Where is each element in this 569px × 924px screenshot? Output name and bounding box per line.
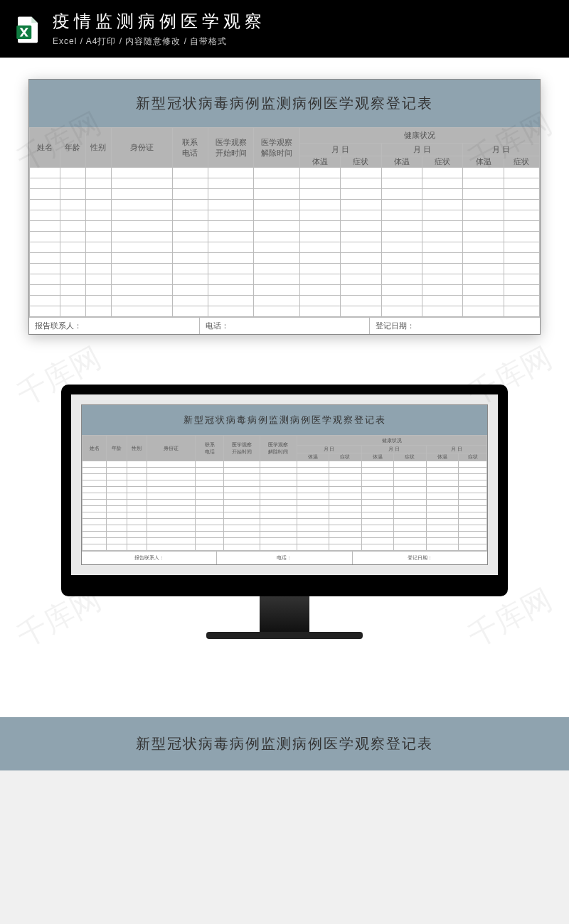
table-cell	[329, 474, 362, 480]
col-temp-1: 体温	[299, 156, 340, 168]
table-cell	[254, 306, 300, 317]
table-cell	[463, 242, 504, 253]
table-cell	[381, 306, 422, 317]
bottom-title-strip: 新型冠状病毒病例监测病例医学观察登记表	[0, 717, 569, 770]
table-body-large	[30, 168, 540, 317]
table-cell	[127, 506, 147, 512]
table-cell	[254, 242, 300, 253]
table-cell	[341, 189, 381, 200]
table-cell	[297, 538, 329, 544]
table-cell	[381, 221, 422, 232]
table-cell	[254, 274, 300, 285]
footer-phone: 电话：	[200, 318, 371, 334]
col-t3-s: 体温	[426, 453, 459, 461]
table-cell	[463, 264, 504, 274]
table-cell	[426, 480, 459, 487]
col-age-s: 年龄	[107, 436, 127, 461]
table-cell	[60, 232, 86, 242]
table-cell	[297, 506, 329, 512]
table-cell	[196, 538, 224, 544]
table-cell	[60, 178, 86, 189]
table-cell	[60, 168, 86, 178]
table-cell	[361, 468, 394, 474]
table-cell	[504, 200, 539, 210]
table-cell	[381, 274, 422, 285]
col-end-time: 医学观察 解除时间	[254, 128, 300, 168]
table-cell	[224, 461, 260, 468]
table-row	[83, 544, 487, 551]
table-cell	[83, 519, 107, 525]
col-date-3: 月 日	[463, 144, 540, 156]
table-cell	[107, 493, 127, 500]
table-cell	[394, 461, 427, 468]
table-cell	[30, 168, 60, 178]
table-cell	[341, 210, 381, 221]
table-cell	[381, 285, 422, 296]
table-cell	[260, 519, 297, 525]
table-cell	[224, 500, 260, 506]
table-cell	[107, 468, 127, 474]
table-cell	[254, 178, 300, 189]
table-cell	[329, 506, 362, 512]
table-cell	[85, 242, 111, 253]
table-row	[83, 461, 487, 468]
footer-reporter-s: 报告联系人：	[82, 552, 217, 564]
table-cell	[422, 274, 463, 285]
registration-table: 姓名 年龄 性别 身份证 联系 电话 医学观察 开始时间 医学观察 解除时间 健…	[29, 127, 540, 317]
table-cell	[127, 532, 147, 538]
table-cell	[260, 493, 297, 500]
table-row	[30, 232, 540, 242]
table-cell	[254, 285, 300, 296]
table-cell	[127, 474, 147, 480]
table-cell	[329, 500, 362, 506]
sheet-footer: 报告联系人： 电话： 登记日期：	[29, 317, 540, 334]
table-cell	[299, 264, 340, 274]
table-cell	[196, 461, 224, 468]
table-cell	[381, 200, 422, 210]
table-cell	[147, 480, 196, 487]
table-row	[30, 296, 540, 306]
table-cell	[147, 544, 196, 551]
table-row	[83, 525, 487, 532]
table-cell	[463, 253, 504, 264]
table-cell	[172, 242, 208, 253]
table-cell	[254, 296, 300, 306]
table-cell	[459, 461, 487, 468]
table-cell	[111, 232, 172, 242]
table-cell	[299, 306, 340, 317]
table-cell	[459, 525, 487, 532]
table-cell	[83, 480, 107, 487]
excel-file-icon	[13, 14, 43, 44]
table-cell	[254, 253, 300, 264]
table-cell	[85, 274, 111, 285]
table-cell	[30, 210, 60, 221]
table-cell	[254, 210, 300, 221]
col-sym-2: 症状	[422, 156, 463, 168]
table-cell	[422, 200, 463, 210]
table-cell	[85, 200, 111, 210]
table-cell	[361, 480, 394, 487]
table-cell	[107, 544, 127, 551]
table-cell	[107, 474, 127, 480]
table-cell	[111, 274, 172, 285]
table-cell	[85, 221, 111, 232]
table-cell	[208, 285, 254, 296]
table-cell	[361, 474, 394, 480]
table-cell	[394, 512, 427, 519]
table-cell	[329, 538, 362, 544]
table-cell	[224, 538, 260, 544]
table-cell	[463, 296, 504, 306]
table-cell	[299, 178, 340, 189]
monitor-base	[206, 632, 363, 639]
monitor-stand	[260, 596, 309, 632]
table-cell	[297, 532, 329, 538]
table-cell	[85, 306, 111, 317]
table-cell	[422, 306, 463, 317]
table-cell	[504, 253, 539, 264]
table-cell	[224, 487, 260, 493]
table-cell	[83, 487, 107, 493]
table-cell	[127, 480, 147, 487]
table-cell	[341, 221, 381, 232]
table-cell	[208, 200, 254, 210]
table-cell	[111, 285, 172, 296]
